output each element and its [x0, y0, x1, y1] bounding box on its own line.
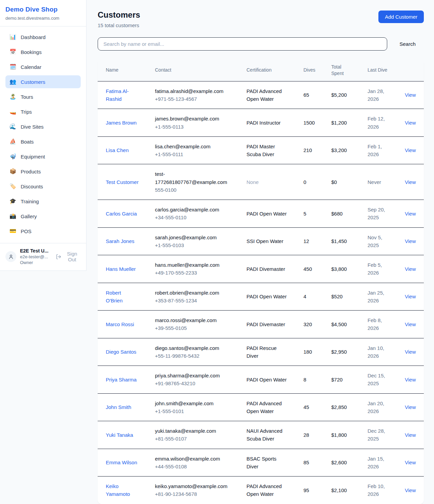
customer-name-link[interactable]: Fatima Al-Rashid	[106, 87, 139, 103]
add-customer-button[interactable]: Add Customer	[378, 11, 424, 23]
view-link[interactable]: View	[405, 349, 416, 355]
last-dive-cell: Jan 20, 2026	[359, 393, 397, 421]
view-link[interactable]: View	[405, 487, 416, 493]
sidebar-item-discounts[interactable]: 🏷️Discounts	[5, 180, 81, 193]
sign-out-button[interactable]: Sign Out	[56, 251, 81, 262]
customer-phone: +1-555-0103	[155, 241, 230, 249]
certification-cell: SSI Open Water	[238, 227, 295, 255]
view-cell: View	[397, 421, 424, 449]
total-spent-cell: $520	[323, 283, 359, 311]
customer-name-link[interactable]: Robert O'Brien	[106, 289, 139, 305]
sidebar-item-products[interactable]: 📦Products	[5, 165, 81, 178]
customer-phone: +49-170-555-2233	[155, 269, 230, 277]
customer-phone: +1-555-0113	[155, 123, 230, 131]
total-spent-cell: $3,800	[323, 255, 359, 283]
sidebar-user-footer: E2E Test U... e2e-tester@... Owner Sign …	[0, 243, 86, 270]
customer-name-link[interactable]: Yuki Tanaka	[106, 431, 133, 439]
table-row: Hans Muellerhans.mueller@example.com+49-…	[98, 255, 424, 283]
customer-name-link[interactable]: Lisa Chen	[106, 146, 129, 154]
sidebar-item-boats[interactable]: ⛵Boats	[5, 135, 81, 148]
customer-email: robert.obrien@example.com	[155, 289, 230, 297]
customer-contact-cell: yuki.tanaka@example.com+81-555-0107	[147, 421, 238, 449]
table-row: Test Customertest-1772681807767@example.…	[98, 164, 424, 200]
search-button[interactable]: Search	[396, 41, 419, 47]
view-link[interactable]: View	[405, 211, 416, 217]
view-link[interactable]: View	[405, 294, 416, 299]
sidebar-item-customers[interactable]: 👥Customers	[5, 75, 81, 88]
customer-name-link[interactable]: Diego Santos	[106, 348, 136, 356]
search-input[interactable]	[98, 37, 387, 51]
sidebar: Demo Dive Shop demo.test.divestreams.com…	[0, 0, 86, 271]
credit-card-icon: 💳	[9, 227, 16, 235]
view-link[interactable]: View	[405, 377, 416, 382]
package-icon: 📦	[9, 168, 16, 175]
customer-name-link[interactable]: Sarah Jones	[106, 237, 134, 245]
customer-email: emma.wilson@example.com	[155, 455, 230, 463]
customer-name-link[interactable]: Emma Wilson	[106, 459, 137, 466]
customer-name-link[interactable]: Keiko Yamamoto	[106, 482, 139, 498]
customer-name-cell: Hans Mueller	[98, 255, 147, 283]
shop-domain: demo.test.divestreams.com	[5, 16, 81, 21]
view-cell: View	[397, 393, 424, 421]
user-info: E2E Test U... e2e-tester@... Owner	[20, 248, 52, 265]
page-title: Customers	[98, 10, 140, 20]
customer-name-link[interactable]: John Smith	[106, 403, 131, 411]
customer-name-link[interactable]: Hans Mueller	[106, 265, 136, 273]
user-email: e2e-tester@...	[20, 254, 52, 259]
bar-chart-icon: 📊	[9, 33, 16, 41]
view-cell: View	[397, 109, 424, 137]
view-link[interactable]: View	[405, 432, 416, 438]
customer-name-link[interactable]: James Brown	[106, 119, 137, 127]
customer-name-link[interactable]: Carlos Garcia	[106, 210, 137, 218]
view-link[interactable]: View	[405, 120, 416, 126]
customer-name-link[interactable]: Marco Rossi	[106, 320, 134, 328]
sidebar-item-calendar[interactable]: 🗓️Calendar	[5, 60, 81, 73]
sidebar-item-label: Trips	[21, 109, 32, 115]
table-row: Emma Wilsonemma.wilson@example.com+44-55…	[98, 449, 424, 477]
sidebar-item-equipment[interactable]: 🤿Equipment	[5, 150, 81, 163]
dives-cell: 12	[295, 227, 323, 255]
last-dive-cell: Feb 5, 2026	[359, 255, 397, 283]
view-link[interactable]: View	[405, 238, 416, 244]
sidebar-item-dashboard[interactable]: 📊Dashboard	[5, 31, 81, 43]
customer-email: marco.rossi@example.com	[155, 316, 230, 324]
customer-name-link[interactable]: Priya Sharma	[106, 376, 137, 384]
view-link[interactable]: View	[405, 460, 416, 465]
certification-cell: PADI Open Water	[238, 283, 295, 311]
sidebar-item-dive-sites[interactable]: 🌊Dive Sites	[5, 120, 81, 133]
customer-email: keiko.yamamoto@example.com	[155, 482, 230, 490]
table-row: James Brownjames.brown@example.com+1-555…	[98, 109, 424, 137]
dives-cell: 0	[295, 164, 323, 200]
customer-name-link[interactable]: Test Customer	[106, 178, 139, 186]
column-header-name: Name	[98, 59, 147, 81]
view-link[interactable]: View	[405, 179, 416, 185]
main-content: Customers 15 total customers Add Custome…	[86, 0, 434, 504]
view-link[interactable]: View	[405, 266, 416, 272]
total-spent-cell: $2,100	[323, 477, 359, 504]
speedboat-icon: 🚤	[9, 108, 16, 115]
sidebar-item-training[interactable]: 🎓Training	[5, 195, 81, 208]
view-cell: View	[397, 311, 424, 338]
sidebar-item-pos[interactable]: 💳POS	[5, 225, 81, 238]
view-link[interactable]: View	[405, 147, 416, 153]
view-link[interactable]: View	[405, 92, 416, 98]
column-header-dives: Dives	[295, 59, 323, 81]
sidebar-item-tours[interactable]: 🏝️Tours	[5, 90, 81, 103]
last-dive-cell: Jan 25, 2026	[359, 283, 397, 311]
view-link[interactable]: View	[405, 321, 416, 327]
person-icon	[8, 254, 14, 260]
sidebar-item-gallery[interactable]: 📸Gallery	[5, 210, 81, 223]
total-spent-cell: $720	[323, 366, 359, 394]
customers-table: NameContactCertificationDivesTotal Spent…	[98, 59, 424, 504]
customer-phone: +81-555-0107	[155, 435, 230, 443]
view-link[interactable]: View	[405, 404, 416, 410]
customer-phone: 555-0100	[155, 186, 230, 194]
sidebar-item-trips[interactable]: 🚤Trips	[5, 105, 81, 118]
last-dive-cell: Dec 28, 2025	[359, 421, 397, 449]
sidebar-item-label: Gallery	[21, 213, 37, 219]
view-cell: View	[397, 81, 424, 109]
sidebar-item-bookings[interactable]: 📅Bookings	[5, 45, 81, 58]
customer-name-cell: Fatima Al-Rashid	[98, 81, 147, 109]
dives-cell: 28	[295, 421, 323, 449]
customer-email: james.brown@example.com	[155, 115, 230, 123]
